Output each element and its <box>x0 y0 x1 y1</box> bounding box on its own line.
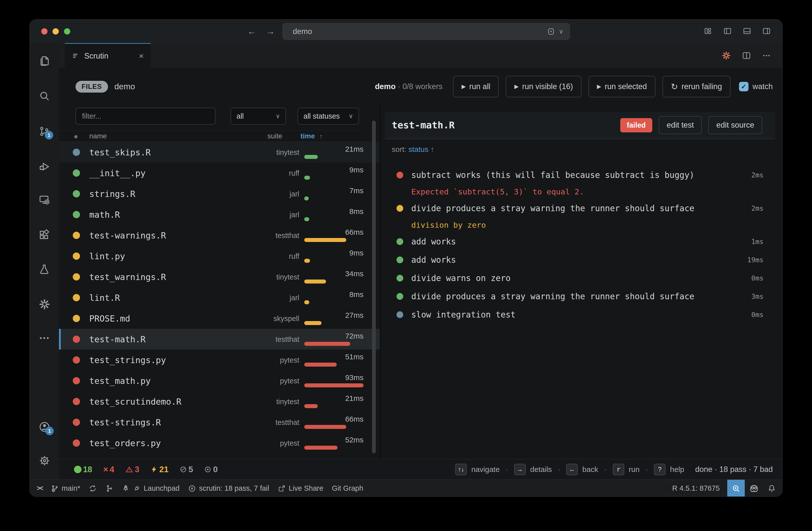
rerun-failing-button[interactable]: ↻ rerun failing <box>663 76 730 97</box>
git-graph-label-item[interactable]: Git Graph <box>332 484 363 492</box>
search-icon[interactable] <box>38 90 50 102</box>
time-label: 27ms <box>345 311 363 320</box>
close-tab-icon[interactable]: × <box>139 51 144 61</box>
accounts-icon[interactable]: 1 <box>38 421 51 433</box>
result-time: 0ms <box>751 311 764 319</box>
forward-arrow-icon[interactable]: → <box>266 26 275 37</box>
run-selected-button[interactable]: ▶ run selected <box>589 76 655 97</box>
live-share-item[interactable]: Live Share <box>278 484 323 492</box>
testing-icon[interactable] <box>38 263 50 275</box>
table-row[interactable]: test-warnings.R testthat 66ms <box>59 225 380 246</box>
split-editor-icon[interactable] <box>742 51 751 60</box>
result-row[interactable]: add works 1ms <box>381 233 783 251</box>
table-row[interactable]: strings.R jarl 7ms <box>59 183 380 204</box>
table-row[interactable]: test_skips.R tinytest 21ms <box>59 142 380 163</box>
app-window: ← → demo ∨ <box>29 19 783 497</box>
more-views-icon[interactable] <box>38 332 50 344</box>
result-row[interactable]: divide produces a stray warning the runn… <box>381 199 783 218</box>
suite-column-header[interactable]: suite <box>267 132 282 140</box>
table-row[interactable]: test_orders.py pytest 52ms <box>59 433 380 453</box>
filter-input[interactable] <box>75 108 216 125</box>
share-icon <box>278 485 286 492</box>
run-all-button[interactable]: ▶ run all <box>453 76 499 97</box>
result-row[interactable]: slow integration test 0ms <box>381 306 783 324</box>
table-row[interactable]: test_scrutindemo.R tinytest 21ms <box>59 391 380 412</box>
workers-status: demo · 0/8 workers <box>375 82 443 91</box>
time-bar <box>304 217 309 221</box>
chevron-down-icon[interactable]: ∨ <box>559 28 563 35</box>
table-row[interactable]: test_warnings.R tinytest 34ms <box>59 266 380 287</box>
watch-checkbox[interactable]: ✓ <box>739 82 749 91</box>
sort-value-link[interactable]: status ↑ <box>408 145 434 153</box>
more-actions-icon[interactable] <box>762 51 771 60</box>
toggle-panel-icon[interactable] <box>742 27 752 36</box>
warning-triangle-icon <box>125 465 133 473</box>
explorer-icon[interactable] <box>38 55 50 67</box>
status-dot <box>73 398 80 405</box>
git-graph-icon[interactable] <box>105 485 113 492</box>
status-filter-select[interactable]: all statuses∨ <box>298 108 359 125</box>
table-row[interactable]: lint.R jarl 8ms <box>59 287 380 308</box>
todo-count-stat: 0 <box>204 465 218 474</box>
scrutin-status-item[interactable]: scrutin: 18 pass, 7 fail <box>188 484 269 492</box>
zoom-in-button[interactable] <box>727 480 745 497</box>
watch-toggle[interactable]: ✓ watch <box>739 82 773 91</box>
table-row[interactable]: test_strings.py pytest 51ms <box>59 350 380 371</box>
scrollbar-thumb[interactable] <box>372 121 376 453</box>
run-visible-button[interactable]: ▶ run visible (16) <box>506 76 581 97</box>
table-row[interactable]: math.R jarl 8ms <box>59 204 380 225</box>
claude-tab-action-icon[interactable] <box>721 51 731 60</box>
result-block: divide produces a stray warning the runn… <box>381 287 783 306</box>
time-column-header[interactable]: time <box>301 132 315 140</box>
file-name: test_math.py <box>89 376 151 386</box>
settings-gear-icon[interactable] <box>38 455 51 467</box>
status-column-icon <box>74 135 77 138</box>
minimize-window-button[interactable] <box>53 28 59 34</box>
edit-test-button[interactable]: edit test <box>659 116 702 134</box>
table-row[interactable]: test-math.R testthat 72ms <box>59 329 380 350</box>
result-row[interactable]: divide produces a stray warning the runn… <box>381 287 783 306</box>
source-control-icon[interactable]: 1 <box>38 125 50 137</box>
tab-scrutin[interactable]: Scrutin × <box>65 43 151 68</box>
edit-source-button[interactable]: edit source <box>708 116 762 134</box>
tab-bar: Scrutin × <box>59 43 783 68</box>
toggle-primary-sidebar-icon[interactable] <box>723 27 732 36</box>
table-row[interactable]: lint.py ruff 9ms <box>59 246 380 266</box>
run-summary-text: done · 18 pass · 7 bad <box>695 465 773 474</box>
notifications-bell-icon[interactable] <box>767 484 776 493</box>
result-title: slow integration test <box>411 310 516 320</box>
claude-starburst-icon[interactable] <box>38 298 51 310</box>
time-bar <box>304 383 363 387</box>
name-column-header[interactable]: name <box>89 132 107 140</box>
file-name: lint.R <box>89 293 120 303</box>
remote-explorer-icon[interactable] <box>38 194 50 206</box>
r-version-item[interactable]: R 4.5.1: 87675 <box>672 484 720 492</box>
result-row[interactable]: add works 19ms <box>381 251 783 269</box>
remote-indicator[interactable]: >< <box>37 485 42 492</box>
table-row[interactable]: test-strings.R testthat 66ms <box>59 412 380 433</box>
copilot-icon[interactable] <box>749 483 759 494</box>
back-arrow-icon[interactable]: ← <box>247 26 256 37</box>
customize-layout-icon[interactable] <box>703 27 713 36</box>
extensions-icon[interactable] <box>38 229 50 241</box>
failed-status-badge: failed <box>620 118 652 132</box>
git-branch-item[interactable]: main* <box>51 484 80 492</box>
launchpad-item[interactable]: Launchpad <box>122 484 180 492</box>
result-block: add works 19ms <box>381 251 783 269</box>
bolt-count-stat: 21 <box>150 465 169 474</box>
table-row[interactable]: test_math.py pytest 93ms <box>59 371 380 391</box>
run-and-debug-icon[interactable] <box>38 160 50 173</box>
toggle-secondary-sidebar-icon[interactable] <box>762 27 771 36</box>
lightning-bolt-icon <box>150 465 158 473</box>
result-row[interactable]: divide warns on zero 0ms <box>381 269 783 287</box>
table-row[interactable]: __init__.py ruff 9ms <box>59 163 380 183</box>
close-window-button[interactable] <box>41 28 47 34</box>
maximize-window-button[interactable] <box>64 28 70 34</box>
command-center-search[interactable]: demo ∨ <box>282 23 570 40</box>
scope-select[interactable]: all∨ <box>231 108 286 125</box>
result-row[interactable]: subtract works (this will fail because s… <box>381 166 783 184</box>
sync-icon[interactable] <box>89 485 97 492</box>
table-row[interactable]: PROSE.md skyspell 27ms <box>59 308 380 329</box>
git-branch-icon <box>51 485 59 492</box>
chat-icon[interactable] <box>547 27 555 36</box>
